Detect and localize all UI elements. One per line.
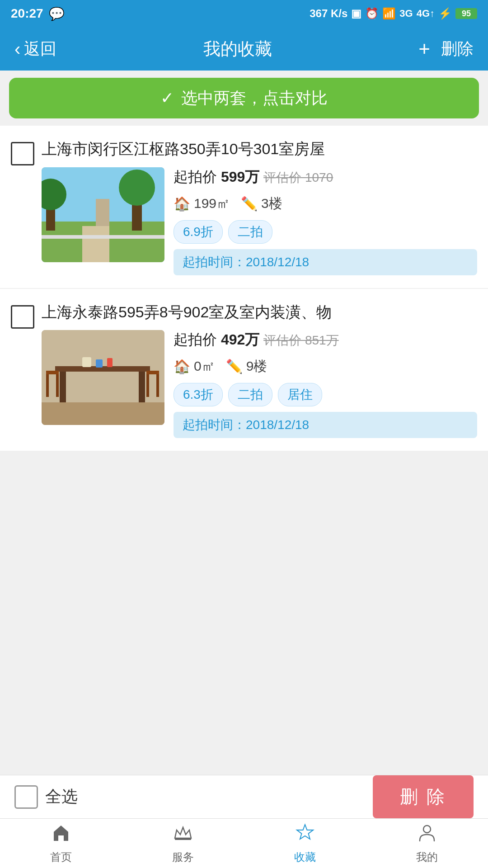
charging-icon: ⚡ [438,7,452,20]
svg-rect-18 [156,374,159,397]
wifi-icon: 📶 [382,7,396,20]
crown-icon [173,823,193,847]
tab-mine-label: 我的 [416,850,438,864]
nav-bar: ‹ 返回 我的收藏 + 删除 [0,27,488,71]
property-item-2: 上海永泰路595弄8号902室及室内装潢、物 [0,289,488,452]
tab-service[interactable]: 服务 [122,819,244,868]
property-content-2: 上海永泰路595弄8号902室及室内装潢、物 [42,302,477,439]
time: 20:27 [11,6,43,21]
price-line-2: 起拍价 492万 评估价 851万 [174,330,477,350]
property-content-1: 上海市闵行区江枢路350弄10号301室房屋 [42,138,477,275]
svg-rect-22 [42,402,164,425]
property-title-2: 上海永泰路595弄8号902室及室内装潢、物 [42,302,477,323]
select-all-area: 全选 [14,785,78,809]
tags-line-2: 6.3折 二拍 居住 [174,383,477,406]
status-bar: 20:27 💬 367 K/s ▣ ⏰ 📶 3G 4G↑ ⚡ 95 [0,0,488,27]
tag-round-1: 二拍 [228,220,272,244]
tab-favorites-label: 收藏 [294,850,316,864]
home-icon [51,823,71,847]
copy-icon: ▣ [351,7,361,20]
floor-value-2: 9楼 [246,357,267,376]
signal-3g-icon: 3G [399,8,413,19]
tab-mine[interactable]: 我的 [366,819,488,868]
floor-meta-2: ✏️ 9楼 [226,357,267,376]
tab-home[interactable]: 首页 [0,819,122,868]
tab-bar: 首页 服务 收藏 我的 [0,818,488,868]
clock-icon: ⏰ [365,7,379,20]
tags-line-1: 6.9折 二拍 [174,220,477,244]
tag-discount-1: 6.9折 [174,220,223,244]
back-label: 返回 [24,38,56,60]
svg-rect-8 [42,235,164,239]
star-icon [295,823,315,847]
property-title-1: 上海市闵行区江枢路350弄10号301室房屋 [42,138,477,160]
area-value-2: 0㎡ [194,357,215,376]
floor-icon-1: ✏️ [241,196,258,212]
tag-round-2: 二拍 [228,383,272,406]
page-title: 我的收藏 [203,38,272,61]
meta-line-2: 🏠 0㎡ ✏️ 9楼 [174,357,477,376]
svg-rect-15 [56,374,59,397]
footer-action: 全选 删 除 [0,775,488,818]
svg-rect-13 [46,371,59,374]
floor-meta-1: ✏️ 3楼 [241,194,282,213]
property-body-1: 起拍价 599万 评估价 1070 🏠 199㎡ ✏️ 3楼 [42,167,477,275]
svg-rect-23 [175,838,191,840]
estimate-1: 评估价 1070 [263,170,333,184]
status-right: 367 K/s ▣ ⏰ 📶 3G 4G↑ ⚡ 95 [310,7,477,20]
area-value-1: 199㎡ [194,194,230,213]
floor-icon-2: ✏️ [226,359,243,374]
property-checkbox-2[interactable] [11,305,34,329]
area-meta-2: 🏠 0㎡ [174,357,215,376]
property-details-1: 起拍价 599万 评估价 1070 🏠 199㎡ ✏️ 3楼 [174,167,477,275]
area-meta-1: 🏠 199㎡ [174,194,230,213]
svg-rect-17 [146,374,149,397]
start-price-2: 起拍价 [174,331,221,348]
tab-service-label: 服务 [172,850,194,864]
property-image-2 [42,330,164,425]
battery: 95 [455,8,477,19]
property-body-2: 起拍价 492万 评估价 851万 🏠 0㎡ ✏️ 9楼 [42,330,477,438]
estimate-2: 评估价 851万 [263,333,339,347]
price-line-1: 起拍价 599万 评估价 1070 [174,167,477,187]
delete-button[interactable]: 删 除 [373,775,474,818]
tag-type-2: 居住 [278,383,322,406]
svg-rect-20 [96,359,103,368]
add-button[interactable]: + [418,38,430,60]
area-icon-1: 🏠 [174,196,190,212]
tab-home-label: 首页 [50,850,72,864]
property-details-2: 起拍价 492万 评估价 851万 🏠 0㎡ ✏️ 9楼 [174,330,477,438]
property-item: 上海市闵行区江枢路350弄10号301室房屋 [0,126,488,289]
nav-actions: + 删除 [418,38,474,60]
svg-rect-2 [82,226,109,262]
compare-text: 选中两套，点击对比 [181,87,328,109]
svg-rect-16 [146,371,159,374]
price-value-2: 492万 [221,331,259,348]
person-icon [417,823,437,847]
price-value-1: 599万 [221,169,259,185]
select-all-checkbox[interactable] [14,785,38,809]
compare-check-icon: ✓ [160,89,174,108]
delete-nav-button[interactable]: 删除 [441,38,474,60]
signal-4g-icon: 4G↑ [417,8,435,19]
property-image-1 [42,167,164,262]
select-all-label: 全选 [45,786,78,808]
speed: 367 K/s [310,7,347,20]
start-price-1: 起拍价 [174,169,221,185]
tab-favorites[interactable]: 收藏 [244,819,366,868]
svg-point-24 [423,826,431,833]
property-list: 上海市闵行区江枢路350弄10号301室房屋 [0,126,488,452]
svg-rect-19 [82,357,91,367]
date-2: 起拍时间：2018/12/18 [174,412,477,438]
floor-value-1: 3楼 [261,194,282,213]
chat-icon: 💬 [49,6,65,21]
tag-discount-2: 6.3折 [174,383,223,406]
svg-rect-10 [55,366,150,372]
svg-rect-21 [107,358,113,367]
date-1: 起拍时间：2018/12/18 [174,249,477,275]
svg-point-6 [119,170,155,206]
property-checkbox-1[interactable] [11,142,34,165]
back-button[interactable]: ‹ 返回 [14,38,56,60]
compare-banner[interactable]: ✓ 选中两套，点击对比 [9,78,479,118]
status-left: 20:27 💬 [11,6,65,21]
